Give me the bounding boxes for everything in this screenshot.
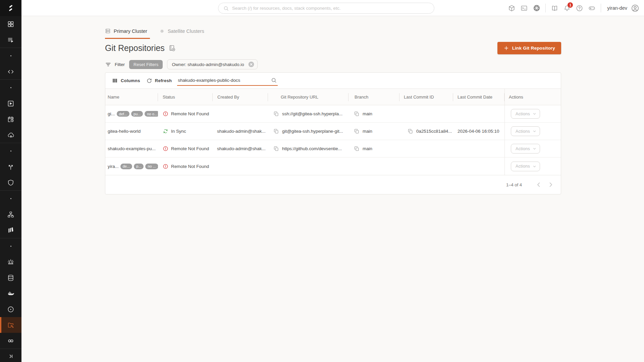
book-icon[interactable] bbox=[548, 2, 561, 14]
cell-branch: main bbox=[348, 140, 399, 157]
sidebar-item-circle-dot[interactable] bbox=[0, 301, 21, 317]
row-actions-button[interactable]: Actions bbox=[511, 109, 540, 119]
sidebar-item-calendar-clock[interactable] bbox=[0, 111, 21, 127]
sidebar-item-cloud-gear[interactable] bbox=[0, 127, 21, 143]
table-footer: 1–4 of 4 bbox=[105, 175, 561, 194]
collapse-icon bbox=[7, 353, 14, 360]
columns-button[interactable]: Columns bbox=[109, 75, 143, 86]
book-icon bbox=[551, 5, 558, 12]
row-actions-button[interactable]: Actions bbox=[511, 144, 540, 154]
column-header-created-by[interactable]: Created By bbox=[213, 89, 268, 105]
tab-satellite-clusters[interactable]: Satellite Clusters bbox=[159, 25, 207, 39]
chip-close-icon[interactable] bbox=[248, 61, 255, 68]
cell-branch-text: main bbox=[363, 146, 372, 151]
topbar: 1 yiran-dev bbox=[0, 0, 644, 16]
column-header-last-commit-id[interactable]: Last Commit ID bbox=[399, 89, 453, 105]
sidebar-item-git-repository[interactable] bbox=[0, 317, 21, 333]
copy-icon[interactable] bbox=[354, 128, 360, 134]
status-text: Remote Not Found bbox=[171, 164, 209, 169]
copy-icon[interactable] bbox=[408, 128, 413, 134]
sidebar-item-infinity[interactable] bbox=[0, 333, 21, 349]
cell-actions: Actions bbox=[504, 123, 561, 140]
copy-icon[interactable] bbox=[273, 128, 279, 134]
global-search[interactable] bbox=[218, 3, 434, 14]
link-git-repository-button[interactable]: Link Git Repository bbox=[497, 42, 561, 54]
controller-icon bbox=[588, 5, 595, 12]
sidebar-item-dashboard[interactable] bbox=[0, 16, 21, 32]
tab-primary-cluster[interactable]: Primary Cluster bbox=[105, 25, 150, 39]
sidebar-item-branch-split[interactable] bbox=[0, 159, 21, 175]
account-icon[interactable] bbox=[629, 2, 641, 14]
sidebar-item-play-box[interactable] bbox=[0, 96, 21, 111]
sidebar-item-org-chart[interactable] bbox=[0, 206, 21, 222]
column-header-branch[interactable]: Branch bbox=[348, 89, 399, 105]
column-header-status[interactable]: Status bbox=[158, 89, 213, 105]
sidebar-group-dot bbox=[0, 143, 21, 159]
repo-name: yira... bbox=[108, 164, 119, 169]
cell-status: Remote Not Found bbox=[158, 140, 213, 157]
next-page-button[interactable] bbox=[545, 179, 557, 191]
refresh-button[interactable]: Refresh bbox=[143, 76, 175, 86]
app-logo[interactable] bbox=[0, 0, 21, 16]
package-icon[interactable] bbox=[505, 2, 518, 14]
cell-actions: Actions bbox=[504, 158, 561, 175]
table-search[interactable] bbox=[177, 76, 278, 86]
sidebar-item-collapse[interactable] bbox=[0, 349, 21, 362]
row-actions-button[interactable]: Actions bbox=[511, 126, 540, 136]
package-icon bbox=[508, 5, 515, 12]
search-icon bbox=[271, 77, 277, 83]
git-repository-icon bbox=[7, 321, 14, 329]
row-actions-button[interactable]: Actions bbox=[511, 162, 540, 171]
table-body: gi...def...pu...no o...Remote Not Founds… bbox=[105, 105, 561, 175]
cell-status: In Sync bbox=[158, 123, 213, 140]
page-title: Git Repositories bbox=[105, 43, 176, 53]
sidebar-item-database[interactable] bbox=[0, 270, 21, 286]
reset-filters-button[interactable]: Reset Filters bbox=[129, 60, 163, 69]
row-actions-label: Actions bbox=[516, 112, 530, 116]
sidebar-item-docker[interactable] bbox=[0, 286, 21, 301]
owner-filter-chip[interactable]: Owner: shakudo-admin@shakudo.io bbox=[167, 59, 257, 69]
copy-icon[interactable] bbox=[273, 146, 279, 152]
satellite-clusters-icon bbox=[159, 28, 165, 34]
sidebar-item-stack[interactable] bbox=[0, 222, 21, 238]
cell-git-url-text: ssh://git@gitea-ssh.hyperpla... bbox=[282, 111, 342, 116]
sidebar-item-sessions[interactable] bbox=[0, 32, 21, 48]
repo-tag: pu... bbox=[131, 111, 143, 117]
sidebar-item-alarm[interactable] bbox=[0, 254, 21, 270]
bell-icon[interactable]: 1 bbox=[561, 2, 573, 14]
column-header-git-repository-url[interactable]: Git Repository URL bbox=[268, 89, 348, 105]
infinity-icon bbox=[7, 337, 14, 345]
plus-icon bbox=[503, 45, 509, 51]
filter-toggle[interactable]: Filter bbox=[105, 61, 125, 68]
cell-branch: main bbox=[348, 105, 399, 122]
table-search-input[interactable] bbox=[178, 78, 271, 83]
code-icon bbox=[7, 68, 14, 75]
copy-icon[interactable] bbox=[354, 111, 360, 117]
error-icon bbox=[163, 164, 168, 169]
main-content: Primary Cluster Satellite Clusters Git R… bbox=[105, 16, 561, 194]
table-header: NameStatusCreated ByGit Repository URLBr… bbox=[105, 88, 561, 105]
help-icon[interactable] bbox=[573, 2, 586, 14]
copy-icon[interactable] bbox=[354, 146, 360, 152]
column-header-actions[interactable]: Actions bbox=[504, 89, 561, 105]
sidebar-item-shield[interactable] bbox=[0, 175, 21, 190]
cell-last-commit-id bbox=[399, 158, 453, 175]
column-header-name[interactable]: Name bbox=[105, 89, 158, 105]
cell-name: shakudo-examples-pu... bbox=[105, 140, 158, 157]
previous-page-button[interactable] bbox=[533, 179, 545, 191]
terminal-icon[interactable] bbox=[518, 2, 530, 14]
controller-icon[interactable] bbox=[586, 2, 598, 14]
org-chart-icon bbox=[7, 211, 14, 218]
column-header-last-commit-date[interactable]: Last Commit Date bbox=[453, 89, 504, 105]
repo-name: gi... bbox=[108, 111, 115, 116]
sidebar-group-dot bbox=[0, 80, 21, 96]
global-search-input[interactable] bbox=[232, 6, 429, 11]
chevron-down-icon bbox=[532, 164, 537, 169]
cell-created-by bbox=[213, 105, 268, 122]
repo-tag: def... bbox=[117, 111, 129, 117]
kubernetes-icon[interactable] bbox=[530, 2, 543, 14]
copy-icon[interactable] bbox=[273, 111, 279, 117]
sidebar-item-code[interactable] bbox=[0, 64, 21, 79]
cell-actions: Actions bbox=[504, 105, 561, 122]
tab-label: Primary Cluster bbox=[114, 28, 147, 34]
